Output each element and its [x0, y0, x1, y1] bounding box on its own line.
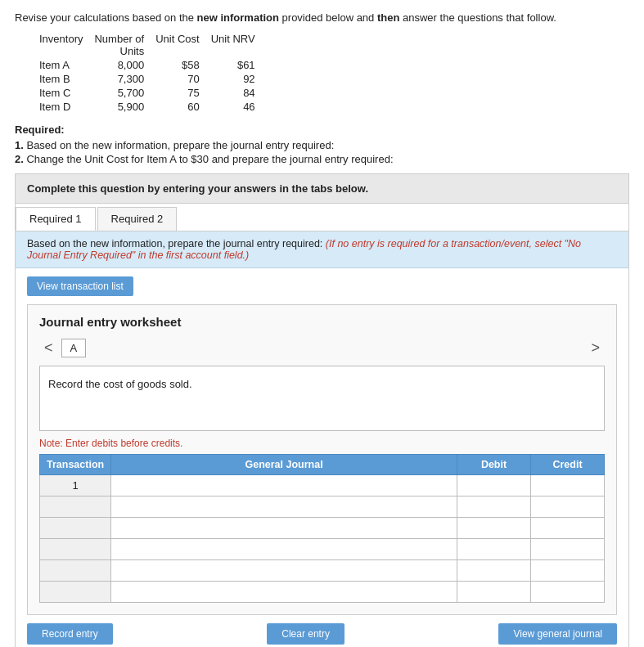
inv-header-inventory: Inventory — [39, 32, 94, 58]
inv-item-c-name: Item C — [39, 86, 94, 100]
credit-input-1-1[interactable] — [531, 475, 604, 496]
inv-item-c-cost: 75 — [155, 86, 210, 100]
credit-cell-6-1[interactable] — [531, 582, 605, 603]
inv-item-b-units: 7,300 — [94, 72, 155, 86]
clear-entry-button[interactable]: Clear entry — [267, 623, 345, 645]
credit-cell-1-1[interactable] — [531, 475, 605, 496]
gj-input-3-1[interactable] — [111, 518, 457, 538]
debit-input-2-1[interactable] — [457, 496, 530, 517]
inv-row-item-d: Item D 5,900 60 46 — [39, 100, 267, 114]
table-row — [40, 518, 605, 539]
inv-item-b-nrv: 92 — [211, 72, 267, 86]
worksheet-container: Journal entry worksheet < A > Record the… — [27, 304, 617, 615]
credit-input-5-1[interactable] — [531, 560, 604, 581]
inv-item-c-nrv: 84 — [211, 86, 267, 100]
inv-item-b-name: Item B — [39, 72, 94, 86]
gj-cell-6-1[interactable] — [111, 582, 457, 603]
nav-row: < A > — [39, 339, 605, 357]
inv-row-item-c: Item C 5,700 75 84 — [39, 86, 267, 100]
complete-box-text: Complete this question by entering your … — [27, 182, 368, 195]
worksheet-tab-letter: A — [61, 339, 87, 357]
debit-cell-5-1[interactable] — [457, 560, 531, 582]
debit-cell-6-1[interactable] — [457, 582, 531, 603]
inv-item-d-cost: 60 — [155, 100, 210, 114]
credit-input-2-1[interactable] — [531, 496, 604, 517]
record-box: Record the cost of goods sold. — [39, 366, 605, 431]
debit-input-4-1[interactable] — [457, 539, 530, 559]
debit-input-5-1[interactable] — [457, 560, 530, 581]
debit-input-3-1[interactable] — [457, 518, 530, 538]
credit-input-4-1[interactable] — [531, 539, 604, 559]
transaction-number-1: 1 — [40, 475, 111, 496]
col-header-general-journal: General Journal — [111, 455, 457, 475]
intro-text: Revise your calculations based on the ne… — [15, 11, 629, 24]
view-transaction-list-button[interactable]: View transaction list — [27, 276, 133, 296]
transaction-number-empty-2 — [40, 496, 111, 518]
inv-row-item-b: Item B 7,300 70 92 — [39, 72, 267, 86]
debit-cell-2-1[interactable] — [457, 496, 531, 518]
inv-header-unit-cost: Unit Cost — [155, 32, 210, 58]
action-buttons: Record entry Clear entry View general jo… — [27, 623, 617, 645]
inv-item-a-units: 8,000 — [94, 58, 155, 72]
inv-item-b-cost: 70 — [155, 72, 210, 86]
required-title: Required: — [15, 124, 629, 136]
complete-box: Complete this question by entering your … — [15, 173, 629, 204]
gj-input-4-1[interactable] — [111, 539, 457, 559]
inv-item-a-name: Item A — [39, 58, 94, 72]
inv-header-units: Number ofUnits — [94, 32, 155, 58]
debit-cell-4-1[interactable] — [457, 539, 531, 560]
inv-item-d-name: Item D — [39, 100, 94, 114]
tabs-container: Required 1 Required 2 Based on the new i… — [15, 204, 629, 647]
debit-input-6-1[interactable] — [457, 582, 530, 602]
required-section: Required: 1. Based on the new informatio… — [15, 124, 629, 165]
col-header-transaction: Transaction — [40, 455, 111, 475]
credit-input-6-1[interactable] — [531, 582, 604, 602]
tab-required-1[interactable]: Required 1 — [16, 207, 96, 231]
inventory-table: Inventory Number ofUnits Unit Cost Unit … — [39, 32, 267, 114]
credit-input-3-1[interactable] — [531, 518, 604, 538]
debit-input-1-1[interactable] — [457, 475, 530, 496]
inv-row-item-a: Item A 8,000 $58 $61 — [39, 58, 267, 72]
gj-input-2-1[interactable] — [111, 496, 457, 517]
worksheet-title: Journal entry worksheet — [39, 315, 605, 329]
record-box-text: Record the cost of goods sold. — [48, 378, 192, 390]
credit-cell-5-1[interactable] — [531, 560, 605, 582]
col-header-debit: Debit — [457, 455, 531, 475]
gj-cell-1-1[interactable] — [111, 475, 457, 496]
table-row: 1 — [40, 475, 605, 496]
gj-input-5-1[interactable] — [111, 560, 457, 581]
gj-cell-2-1[interactable] — [111, 496, 457, 518]
required-item-1: 1. Based on the new information, prepare… — [15, 139, 629, 151]
tab-info-italic: (If no entry is required for a transacti… — [27, 238, 581, 261]
record-entry-button[interactable]: Record entry — [27, 623, 113, 645]
debit-cell-1-1[interactable] — [457, 475, 531, 496]
table-row — [40, 560, 605, 582]
gj-cell-3-1[interactable] — [111, 518, 457, 539]
credit-cell-4-1[interactable] — [531, 539, 605, 560]
debit-cell-3-1[interactable] — [457, 518, 531, 539]
required-item-2: 2. Change the Unit Cost for Item A to $3… — [15, 153, 629, 165]
nav-left-arrow[interactable]: < — [39, 339, 58, 357]
note-text: Note: Enter debits before credits. — [39, 438, 605, 449]
col-header-credit: Credit — [531, 455, 605, 475]
tab-required-2[interactable]: Required 2 — [97, 207, 178, 231]
credit-cell-2-1[interactable] — [531, 496, 605, 518]
gj-input-1-1[interactable] — [111, 475, 457, 496]
transaction-number-empty-5 — [40, 560, 111, 582]
inv-item-a-nrv: $61 — [211, 58, 267, 72]
gj-input-6-1[interactable] — [111, 582, 457, 602]
inv-item-d-nrv: 46 — [211, 100, 267, 114]
transaction-number-empty-4 — [40, 539, 111, 560]
credit-cell-3-1[interactable] — [531, 518, 605, 539]
view-general-journal-button[interactable]: View general journal — [498, 623, 617, 645]
gj-cell-4-1[interactable] — [111, 539, 457, 560]
nav-right-arrow[interactable]: > — [586, 339, 605, 357]
tab-info: Based on the new information, prepare th… — [16, 231, 628, 268]
gj-cell-5-1[interactable] — [111, 560, 457, 582]
tabs-row: Required 1 Required 2 — [16, 204, 628, 231]
inv-item-c-units: 5,700 — [94, 86, 155, 100]
table-row — [40, 496, 605, 518]
table-row — [40, 582, 605, 603]
journal-table: Transaction General Journal Debit Credit… — [39, 454, 605, 603]
transaction-number-empty-6 — [40, 582, 111, 603]
